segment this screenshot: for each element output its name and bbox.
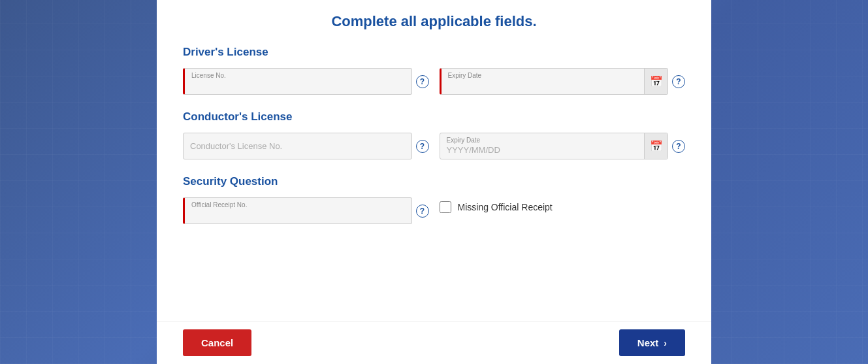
calendar-icon: 📅 xyxy=(650,140,663,152)
conductors-license-row: ? Expiry Date 📅 ? xyxy=(183,133,685,159)
missing-receipt-row: Missing Official Receipt xyxy=(440,201,553,213)
conductors-license-title: Conductor's License xyxy=(183,110,685,124)
drivers-license-section: Driver's License License No. ? xyxy=(183,46,685,95)
footer-bar: Cancel Next › xyxy=(157,321,711,364)
drivers-license-row: License No. ? Expiry Date xyxy=(183,68,685,95)
cancel-button[interactable]: Cancel xyxy=(183,329,251,356)
drivers-expiry-calendar-btn[interactable]: 📅 xyxy=(644,69,667,94)
license-no-field: License No. xyxy=(183,68,412,95)
chevron-right-icon: › xyxy=(664,338,667,348)
page-title: Complete all applicable fields. xyxy=(183,7,685,30)
drivers-expiry-help-icon[interactable]: ? xyxy=(672,75,685,88)
receipt-no-label: Official Receipt No. xyxy=(185,198,411,208)
conductors-expiry-help-icon[interactable]: ? xyxy=(672,140,685,153)
receipt-no-field: Official Receipt No. xyxy=(183,197,412,224)
license-no-label: License No. xyxy=(185,69,411,79)
drivers-license-title: Driver's License xyxy=(183,46,685,59)
next-label: Next xyxy=(637,337,659,348)
missing-receipt-checkbox[interactable] xyxy=(440,201,451,213)
conductors-license-no-input[interactable] xyxy=(184,133,411,159)
next-button[interactable]: Next › xyxy=(619,329,685,356)
drivers-expiry-field: Expiry Date 📅 xyxy=(440,68,669,95)
conductors-expiry-input[interactable] xyxy=(440,144,645,159)
missing-receipt-wrapper: Missing Official Receipt xyxy=(440,197,686,213)
main-panel: Complete all applicable fields. Driver's… xyxy=(157,0,711,364)
content-area: Complete all applicable fields. Driver's… xyxy=(157,0,711,321)
drivers-expiry-label: Expiry Date xyxy=(442,69,645,79)
drivers-expiry-wrapper: Expiry Date 📅 ? xyxy=(440,68,686,95)
conductors-license-no-field xyxy=(183,133,412,159)
conductors-expiry-wrapper: Expiry Date 📅 ? xyxy=(440,133,686,159)
conductors-expiry-text: Expiry Date xyxy=(440,133,645,159)
missing-receipt-label[interactable]: Missing Official Receipt xyxy=(458,202,553,212)
receipt-no-wrapper: Official Receipt No. ? xyxy=(183,197,429,224)
conductors-license-section: Conductor's License ? Expi xyxy=(183,110,685,159)
security-question-section: Security Question Official Receipt No. ? xyxy=(183,175,685,224)
license-no-wrapper: License No. ? xyxy=(183,68,429,95)
license-no-help-icon[interactable]: ? xyxy=(416,75,429,88)
conductors-license-no-wrapper: ? xyxy=(183,133,429,159)
drivers-expiry-text: Expiry Date xyxy=(442,69,645,94)
conductors-expiry-calendar-btn[interactable]: 📅 xyxy=(644,133,667,159)
drivers-expiry-input[interactable] xyxy=(442,79,645,94)
receipt-no-input[interactable] xyxy=(185,208,411,223)
calendar-icon: 📅 xyxy=(650,75,663,88)
conductors-license-no-help-icon[interactable]: ? xyxy=(416,140,429,153)
license-no-input[interactable] xyxy=(185,79,411,94)
security-question-row: Official Receipt No. ? Missing Official … xyxy=(183,197,685,224)
conductors-expiry-field: Expiry Date 📅 xyxy=(440,133,669,159)
receipt-no-help-icon[interactable]: ? xyxy=(416,205,429,218)
security-question-title: Security Question xyxy=(183,175,685,188)
conductors-expiry-label: Expiry Date xyxy=(440,133,645,144)
